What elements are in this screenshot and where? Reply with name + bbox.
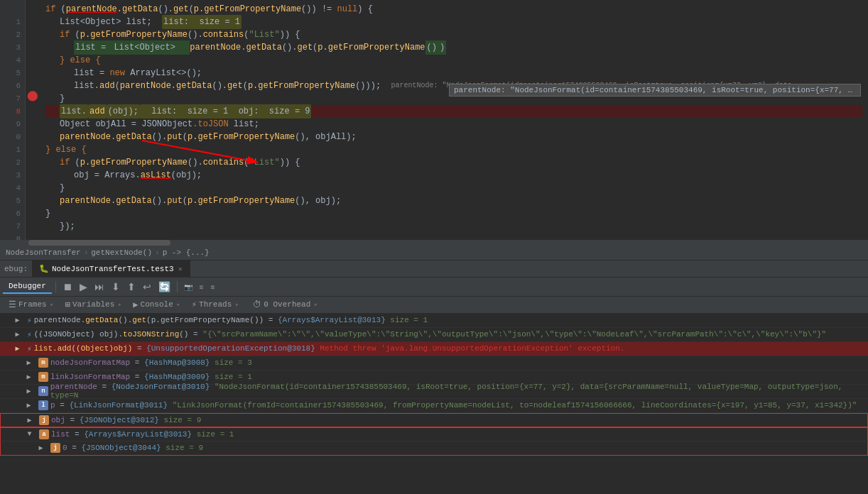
- breadcrumb-method: getNextNode(): [91, 248, 152, 257]
- code-line-15: }: [45, 182, 862, 194]
- tab-item-1[interactable]: 🐛 NodeJsonTransferTest.test3 ✕: [32, 260, 190, 277]
- row9-text: list = {Arrays$ArrayList@3013} size = 1: [51, 430, 234, 439]
- variables-tab[interactable]: ⊞ Variables ✦: [61, 298, 126, 312]
- row3-expand: ▶: [16, 344, 24, 353]
- frames-tab[interactable]: ☰ Frames ✦: [4, 298, 58, 312]
- row5-icon: m: [38, 372, 48, 382]
- variables-label: Variables: [72, 300, 114, 309]
- row10-expand: ▶: [39, 444, 48, 452]
- row2-expand: ▶: [16, 330, 24, 339]
- tab-close-1[interactable]: ✕: [178, 265, 183, 273]
- threads-label: Threads: [199, 300, 232, 309]
- row3-icon: ⚡: [27, 344, 32, 353]
- row6-icon: n: [38, 386, 48, 396]
- debug-row-error[interactable]: ▶ ⚡ list.add((Object)obj) = {Unsupported…: [0, 342, 868, 356]
- row1-icon: ⚡: [27, 316, 32, 325]
- debug-row-10[interactable]: ▶ j 0 = {JSONObject@3044} size = 9: [0, 441, 868, 456]
- debug-row-9[interactable]: ▼ a list = {Arrays$ArrayList@3013} size …: [0, 427, 868, 441]
- debug-extra2-btn[interactable]: ≡: [197, 282, 207, 292]
- overhead-indicator: ⏱ 0 Overhead ✦: [249, 298, 322, 312]
- gutter: ⬤: [26, 0, 40, 240]
- debug-row-4[interactable]: ▶ m nodeJsonFormatMap = {HashMap@3008} s…: [0, 356, 868, 370]
- breadcrumb: NodeJsonTransfer › getNextNode() › p -> …: [0, 246, 868, 260]
- line-numbers: 1 2 3 4 5 6 7 8 9 0 1 2 3 4 5 6 7 8: [0, 0, 26, 240]
- debug-content[interactable]: ▶ ⚡ parentNode.getData().get(p.getFromPr…: [0, 314, 868, 494]
- row7-text: p = {LinkJsonFormat@3011} "LinkJsonForma…: [50, 401, 857, 410]
- debug-row-7[interactable]: ▶ l p = {LinkJsonFormat@3011} "LinkJsonF…: [0, 399, 868, 413]
- code-line-3: if (p.getFromPropertyName().contains("Li…: [45, 28, 862, 41]
- debugger-tab[interactable]: Debugger: [3, 280, 52, 294]
- debugger-toolbar: Debugger ⏹ ▶ ⏭ ⬇ ⬆ ↩ 🔄 📷 ≡ ≡: [0, 278, 868, 296]
- breadcrumb-sep1: ›: [84, 248, 89, 257]
- threads-icon: ⚡: [192, 300, 197, 310]
- toolbar-separator-2: [177, 281, 178, 292]
- row9-icon: a: [39, 429, 49, 439]
- row10-icon: j: [50, 443, 60, 453]
- code-line-13: if (p.getFromPropertyName().contains("Li…: [45, 156, 862, 169]
- debug-evaluate-btn[interactable]: 🔄: [156, 280, 173, 294]
- debug-extra1-btn[interactable]: 📷: [181, 282, 195, 292]
- debug-subtoolbar: ☰ Frames ✦ ⊞ Variables ✦ ▶ Console ✦ ⚡ T…: [0, 297, 868, 314]
- row5-expand: ▶: [27, 373, 36, 381]
- code-editor: 1 2 3 4 5 6 7 8 9 0 1 2 3 4 5 6 7 8: [0, 0, 868, 240]
- debug-row-6[interactable]: ▶ n parentNode = {NodeJsonFormat@3010} "…: [0, 385, 868, 399]
- row9-expand: ▼: [28, 430, 36, 438]
- breadcrumb-sep2: ›: [155, 248, 160, 257]
- debug-resume-btn[interactable]: ▶: [77, 280, 90, 294]
- code-line-2: List<Object> list; list: size = 1: [45, 16, 862, 28]
- tab-bar: ebug: 🐛 NodeJsonTransferTest.test3 ✕: [0, 260, 868, 278]
- debug-label: ebug:: [0, 265, 28, 273]
- debug-stop-btn[interactable]: ⏹: [60, 280, 75, 294]
- debug-panel: ☰ Frames ✦ ⊞ Variables ✦ ▶ Console ✦ ⚡ T…: [0, 297, 868, 494]
- console-tab[interactable]: ▶ Console ✦: [129, 298, 184, 312]
- debug-row-1[interactable]: ▶ ⚡ parentNode.getData().get(p.getFromPr…: [0, 314, 868, 328]
- overhead-label: 0 Overhead: [264, 300, 310, 309]
- code-text[interactable]: if (parentNode.getData().get(p.getFromPr…: [40, 0, 868, 240]
- debug-extra3-btn[interactable]: ≡: [208, 282, 218, 292]
- row8-icon: j: [39, 415, 49, 425]
- code-line-14: obj = Arrays.asList(obj);: [45, 169, 862, 182]
- code-line-5: } else {: [45, 54, 862, 67]
- variables-icon: ⊞: [65, 300, 70, 310]
- breakpoint-icon: ⬤: [27, 89, 38, 101]
- row4-icon: m: [38, 358, 48, 368]
- row1-text: parentNode.getData().get(p.getFromProper…: [34, 316, 428, 324]
- tab-label-1: NodeJsonTransferTest.test3: [52, 265, 174, 273]
- h-scrollbar[interactable]: [0, 240, 868, 246]
- frames-label: Frames: [18, 300, 47, 309]
- row1-expand: ▶: [16, 316, 24, 324]
- threads-tab[interactable]: ⚡ Threads ✦: [188, 298, 243, 312]
- console-label: Console: [141, 300, 173, 309]
- code-line-4: list = List<Object> parentNode.getData()…: [45, 41, 862, 54]
- code-line-16: parentNode.getData().put(p.getFromProper…: [45, 194, 862, 207]
- debug-stepout-btn[interactable]: ⬆: [124, 280, 139, 294]
- code-line-11: parentNode.getData().put(p.getFromProper…: [45, 131, 862, 143]
- row8-expand: ▶: [28, 416, 36, 424]
- row2-text: ((JSONObject) obj).toJSONString() = "{\"…: [34, 330, 827, 339]
- code-line-10: Object objAll = JSONObject.toJSON list;: [45, 118, 862, 131]
- row10-text: 0 = {JSONObject@3044} size = 9: [63, 444, 203, 452]
- row6-expand: ▶: [27, 387, 36, 395]
- console-icon: ▶: [133, 300, 138, 310]
- row7-expand: ▶: [27, 401, 36, 410]
- debug-row-2[interactable]: ▶ ⚡ ((JSONObject) obj).toJSONString() = …: [0, 328, 868, 342]
- row4-expand: ▶: [27, 358, 36, 367]
- row3-text: list.add((Object)obj) = {UnsupportedOper…: [34, 344, 625, 353]
- breadcrumb-class: NodeJsonTransfer: [6, 248, 81, 257]
- row8-text: obj = {JSONObject@3012} size = 9: [51, 416, 201, 424]
- code-line-12: } else {: [45, 143, 862, 156]
- breadcrumb-lambda: p -> {...}: [163, 248, 210, 257]
- code-line-18: });: [45, 220, 862, 233]
- debug-stepinto-btn[interactable]: ⬇: [109, 280, 123, 294]
- row5-text: linkJsonFormatMap = {HashMap@3009} size …: [50, 373, 252, 381]
- debug-row-8[interactable]: ▶ j obj = {JSONObject@3012} size = 9: [0, 413, 868, 427]
- code-line-error: list.add(obj); list: size = 1 obj: size …: [45, 105, 862, 118]
- debug-stepover-btn[interactable]: ⏭: [92, 280, 107, 294]
- row2-icon: ⚡: [27, 330, 32, 339]
- row4-text: nodeJsonFormatMap = {HashMap@3008} size …: [50, 358, 252, 367]
- ide-window: 1 2 3 4 5 6 7 8 9 0 1 2 3 4 5 6 7 8: [0, 0, 868, 494]
- code-line-1: if (parentNode.getData().get(p.getFromPr…: [45, 3, 862, 16]
- row7-icon: l: [38, 400, 48, 410]
- toolbar-separator-1: [55, 281, 56, 292]
- debug-runtopoint-btn[interactable]: ↩: [140, 280, 154, 294]
